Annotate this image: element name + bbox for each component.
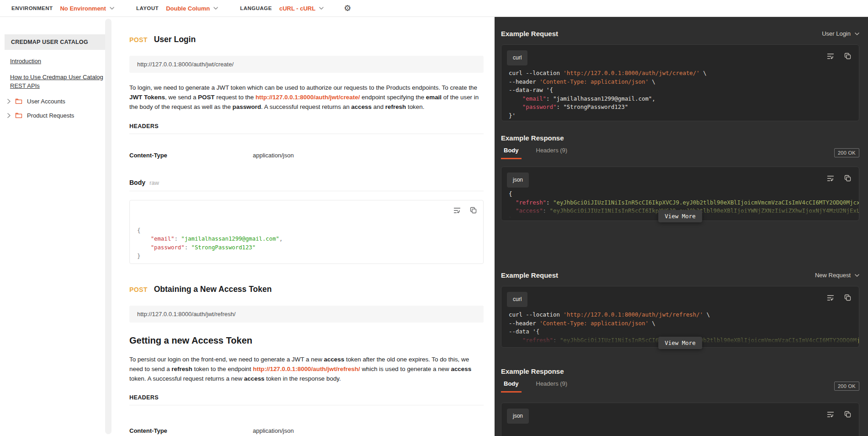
request-body-code[interactable]: { "email": "jamilalhassan1299@gmail.com"… <box>137 226 476 260</box>
method-badge-post: POST <box>129 286 148 293</box>
copy-button[interactable] <box>844 294 851 301</box>
tab-headers[interactable]: Headers (9) <box>533 146 570 159</box>
header-row: Content-Type application/json <box>129 427 484 434</box>
copy-icon <box>844 294 851 301</box>
endpoint-user-login: POST User Login <box>129 35 484 44</box>
wrap-text-icon <box>827 175 834 182</box>
chevron-down-icon <box>319 7 324 10</box>
copy-button[interactable] <box>844 53 851 60</box>
example-request-title: Example Request <box>501 271 558 279</box>
chevron-down-icon <box>855 274 859 277</box>
response-tabs: Body Headers (9) 200 OK <box>501 146 859 160</box>
wrap-text-icon <box>827 411 834 418</box>
headers-section-label: HEADERS <box>129 394 484 405</box>
endpoint-obtain-access-token: POST Obtaining a New Access Token <box>129 285 484 294</box>
body-section-label: Body raw <box>129 179 484 191</box>
language-label: LANGUAGE <box>240 5 272 11</box>
chevron-down-icon <box>855 32 859 35</box>
curl-request-block-2: curl curl --location 'http://127.0.0.1:8… <box>501 286 859 348</box>
endpoint-description: To persist our login on the front-end, w… <box>129 355 484 383</box>
example-request-title: Example Request <box>501 30 558 38</box>
copy-button[interactable] <box>844 175 851 182</box>
endpoint-url[interactable]: http://127.0.0.1:8000/auth/jwt/refresh/ <box>129 306 484 323</box>
json-response-block-2: json <box>501 403 859 436</box>
example-request-2-header: Example Request New Request <box>501 271 859 279</box>
copy-button[interactable] <box>470 207 477 214</box>
layout-label: LAYOUT <box>136 5 159 11</box>
wrap-text-button[interactable] <box>827 53 834 60</box>
wrap-text-icon <box>827 294 834 301</box>
tab-headers[interactable]: Headers (9) <box>533 380 570 393</box>
chevron-down-icon <box>110 7 114 10</box>
header-value: application/json <box>253 152 294 159</box>
layout-value: Double Column <box>166 5 210 12</box>
chevron-down-icon <box>213 7 218 10</box>
sidebar-item-user-accounts[interactable]: User Accounts <box>7 98 119 105</box>
language-chip: curl <box>507 292 527 307</box>
chevron-right-icon <box>7 113 11 118</box>
sidebar-link-introduction[interactable]: Introduction <box>10 57 107 66</box>
endpoint-title: Obtaining a New Access Token <box>154 285 272 294</box>
language-chip: json <box>507 172 529 188</box>
response-tabs: Body Headers (9) 200 OK <box>501 380 859 393</box>
copy-icon <box>844 53 851 59</box>
status-badge: 200 OK <box>834 148 859 157</box>
curl-request-code[interactable]: curl --location 'http://127.0.0.1:8000/a… <box>501 45 859 121</box>
sidebar-item-label: Product Requests <box>27 112 74 119</box>
status-badge: 200 OK <box>834 382 859 391</box>
body-label: Body <box>129 179 145 186</box>
chevron-right-icon <box>7 99 11 104</box>
code-examples-panel: Example Request User Login curl curl --l… <box>495 17 868 436</box>
wrap-text-button[interactable] <box>827 294 834 301</box>
documentation-column: POST User Login http://127.0.0.1:8000/au… <box>120 17 495 436</box>
example-request-1-header: Example Request User Login <box>501 30 859 38</box>
example-request-selector[interactable]: New Request <box>815 272 859 279</box>
selected-request: New Request <box>815 272 851 279</box>
wrap-text-button[interactable] <box>453 207 461 214</box>
language-selector[interactable]: cURL - cURL <box>279 5 324 12</box>
view-more-button[interactable]: View More <box>658 337 702 349</box>
subsection-heading: Getting a new Access Token <box>129 335 484 346</box>
wrap-text-button[interactable] <box>827 411 834 418</box>
method-badge-post: POST <box>129 36 148 43</box>
sidebar-link-how-to-use[interactable]: How to Use Credmap User Catalog REST API… <box>10 73 107 91</box>
header-name: Content-Type <box>129 152 253 159</box>
request-body-code-block: { "email": "jamilalhassan1299@gmail.com"… <box>129 200 484 264</box>
copy-icon <box>844 175 851 182</box>
wrap-text-icon <box>453 207 461 214</box>
sidebar-item-label: User Accounts <box>27 98 65 105</box>
tab-body[interactable]: Body <box>501 380 522 393</box>
curl-request-block-1: curl curl --location 'http://127.0.0.1:8… <box>501 44 859 121</box>
gear-icon: ⚙ <box>344 4 351 12</box>
language-chip: curl <box>507 50 527 65</box>
json-response-block-1: json { "refresh": "eyJhbGciOiJIUzI1NiIsI… <box>501 167 859 221</box>
sidebar-catalog-title[interactable]: CREDMAP USER CATALOG <box>5 34 109 50</box>
tab-body[interactable]: Body <box>501 146 522 159</box>
layout-selector[interactable]: Double Column <box>166 5 218 12</box>
header-row: Content-Type application/json <box>129 152 484 159</box>
folder-icon <box>15 98 22 104</box>
copy-icon <box>470 207 477 214</box>
header-name: Content-Type <box>129 427 253 434</box>
settings-button[interactable]: ⚙ <box>344 4 351 12</box>
topbar: ENVIRONMENT No Environment LAYOUT Double… <box>0 0 868 17</box>
language-value: cURL - cURL <box>279 5 315 12</box>
endpoint-url[interactable]: http://127.0.0.1:8000/auth/jwt/create/ <box>129 56 484 73</box>
sidebar-scrollbar[interactable] <box>105 19 112 434</box>
example-request-selector[interactable]: User Login <box>822 30 859 37</box>
environment-label: ENVIRONMENT <box>11 5 53 11</box>
sidebar-item-product-requests[interactable]: Product Requests <box>7 112 119 119</box>
sidebar: CREDMAP USER CATALOG Introduction How to… <box>0 17 119 436</box>
header-value: application/json <box>253 427 294 434</box>
wrap-text-icon <box>827 53 834 60</box>
wrap-text-button[interactable] <box>827 175 834 182</box>
example-response-2-header: Example Response <box>501 367 859 375</box>
endpoint-description: To login, we need to generate a JWT toke… <box>129 83 484 112</box>
language-chip: json <box>507 409 529 424</box>
folder-icon <box>15 112 22 118</box>
selected-request: User Login <box>822 30 851 37</box>
example-response-title: Example Response <box>501 367 564 375</box>
environment-selector[interactable]: No Environment <box>60 5 114 12</box>
copy-button[interactable] <box>844 411 851 418</box>
view-more-button[interactable]: View More <box>658 210 702 222</box>
